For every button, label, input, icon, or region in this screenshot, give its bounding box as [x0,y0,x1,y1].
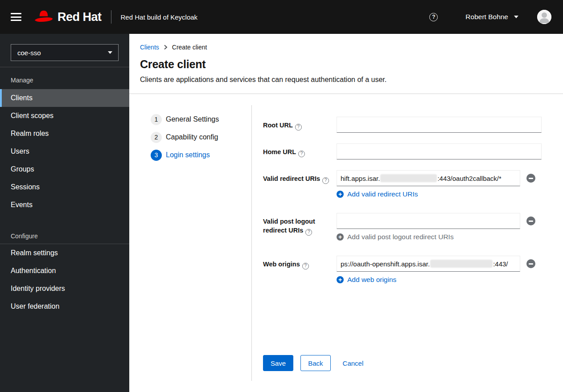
create-client-wizard: 1 General Settings 2 Capability config 3… [129,105,563,392]
home-url-input[interactable] [337,143,542,159]
home-url-label: Home URL [263,143,337,157]
step-label: Capability config [166,133,218,141]
sidebar-item-label: Realm settings [11,249,58,257]
post-logout-uri-row [337,213,542,229]
main-content: Clients Create client Create client Clie… [129,34,563,392]
wizard-step-capability-config[interactable]: 2 Capability config [129,128,251,146]
redirect-uri-input[interactable]: hift.apps.isar.:443/oauth2callback/* [337,170,520,186]
sidebar-item-authentication[interactable]: Authentication [0,262,129,280]
plus-circle-icon [337,191,344,198]
web-origins-input[interactable]: ps://oauth-openshift.apps.isar.:443/ [337,256,520,272]
remove-redirect-uri-button[interactable] [526,174,535,183]
sidebar-item-clients[interactable]: Clients [0,89,129,107]
home-url-field [337,143,542,159]
form-row-redirect-uris: Valid redirect URIs hift.apps.isar.:443/… [263,170,542,198]
sidebar-item-user-federation[interactable]: User federation [0,298,129,315]
web-origins-label: Web origins [263,256,337,270]
form-row-post-logout-uris: Valid post logout redirect URIs [263,213,542,241]
breadcrumb-link-clients[interactable]: Clients [140,44,159,51]
step-number: 3 [151,150,162,161]
wizard-step-login-settings[interactable]: 3 Login settings [129,146,251,164]
sidebar-item-label: Identity providers [11,285,65,293]
root-url-field [337,117,542,133]
realm-selector[interactable]: coe-sso [11,44,119,61]
masthead-left: Red Hat Red Hat build of Keycloak [11,9,197,24]
wizard-step-general-settings[interactable]: 1 General Settings [129,110,251,128]
web-origins-field: ps://oauth-openshift.apps.isar.:443/ Add… [337,256,542,283]
redhat-logo: Red Hat [33,9,102,24]
redacted-text [380,174,437,182]
breadcrumb-current: Create client [172,44,207,51]
uri-text: :443/oauth2callback/* [437,175,501,182]
caret-down-icon [108,51,112,54]
main-layout: coe-sso Manage Clients Client scopes Rea… [0,34,563,392]
sidebar-item-realm-roles[interactable]: Realm roles [0,125,129,143]
hamburger-menu-icon [11,13,21,21]
remove-web-origin-button[interactable] [526,259,535,268]
redirect-uris-field: hift.apps.isar.:443/oauth2callback/* Add… [337,170,542,198]
question-circle-icon[interactable] [322,177,329,184]
step-label: General Settings [166,115,219,123]
minus-circle-icon [526,259,535,268]
form-row-web-origins: Web origins ps://oauth-openshift.apps.is… [263,256,542,283]
back-button[interactable]: Back [300,355,330,371]
save-button[interactable]: Save [263,355,293,371]
plus-circle-icon [337,233,344,241]
add-post-logout-uri-button[interactable]: Add valid post logout redirect URIs [337,233,454,241]
page-header: Clients Create client Create client Clie… [129,34,563,84]
help-button[interactable] [429,13,438,21]
sidebar-item-label: Events [11,201,33,209]
wizard-footer: Save Back Cancel [263,355,552,371]
sidebar-item-sessions[interactable]: Sessions [0,178,129,196]
sidebar: coe-sso Manage Clients Client scopes Rea… [0,34,129,392]
step-number: 2 [151,132,162,143]
sidebar-section-configure: Configure Realm settings Authentication … [0,214,129,315]
sidebar-item-client-scopes[interactable]: Client scopes [0,107,129,125]
add-web-origin-button[interactable]: Add web origins [337,276,396,283]
app-window: Red Hat Red Hat build of Keycloak Robert… [0,0,563,392]
sidebar-item-users[interactable]: Users [0,143,129,160]
question-circle-icon [429,13,438,21]
user-menu-dropdown[interactable]: Robert Bohne [465,13,518,21]
content-divider [129,94,563,94]
sidebar-item-label: Client scopes [11,112,53,120]
cancel-button[interactable]: Cancel [343,355,364,371]
sidebar-item-label: Users [11,147,29,155]
page-title: Create client [140,57,552,71]
question-circle-icon[interactable] [302,263,309,270]
question-circle-icon[interactable] [295,124,302,131]
sidebar-item-label: User federation [11,302,59,310]
redirect-uri-row: hift.apps.isar.:443/oauth2callback/* [337,170,542,186]
add-link-label: Add valid redirect URIs [347,191,418,198]
sidebar-item-groups[interactable]: Groups [0,160,129,178]
redacted-text [430,260,493,268]
redhat-fedora-icon [33,9,54,24]
page-subtitle: Clients are applications and services th… [140,75,552,84]
nav-toggle-button[interactable] [11,11,21,23]
user-name: Robert Bohne [465,13,508,21]
question-circle-icon[interactable] [305,229,312,236]
chevron-right-icon [164,45,168,50]
sidebar-item-label: Sessions [11,183,40,191]
web-origin-row: ps://oauth-openshift.apps.isar.:443/ [337,256,542,272]
post-logout-uris-field: Add valid post logout redirect URIs [337,213,542,241]
minus-circle-icon [526,174,535,183]
realm-name: coe-sso [17,49,41,57]
uri-text: ps://oauth-openshift.apps.isar. [341,260,430,268]
post-logout-uri-input[interactable] [337,213,520,229]
uri-text: hift.apps.isar. [341,175,380,182]
sidebar-item-identity-providers[interactable]: Identity providers [0,280,129,298]
breadcrumb: Clients Create client [140,44,552,51]
masthead-right: Robert Bohne [429,10,551,24]
sidebar-item-realm-settings[interactable]: Realm settings [0,244,129,262]
remove-post-logout-uri-button[interactable] [526,216,535,225]
sidebar-item-events[interactable]: Events [0,196,129,214]
avatar[interactable] [537,10,551,24]
add-redirect-uri-button[interactable]: Add valid redirect URIs [337,191,418,198]
uri-text: :443/ [493,260,508,268]
root-url-input[interactable] [337,117,542,133]
masthead: Red Hat Red Hat build of Keycloak Robert… [0,0,563,34]
sidebar-item-label: Authentication [11,267,56,275]
question-circle-icon[interactable] [298,151,305,157]
step-label: Login settings [166,151,210,159]
